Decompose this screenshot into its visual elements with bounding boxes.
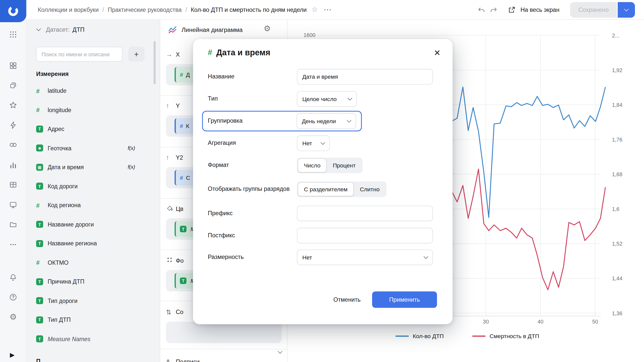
field-item-road-name[interactable]: T Название дороги <box>26 215 160 234</box>
x-axis-ticks: 30 40 50 <box>483 319 598 325</box>
fullscreen-label[interactable]: На весь экран <box>520 6 559 13</box>
chart-settings-button[interactable]: ⚙ <box>264 24 271 33</box>
collapse-rail-button[interactable]: ▶ <box>10 351 15 359</box>
svg-text:1,68: 1,68 <box>612 171 622 177</box>
nav-apps-grid[interactable] <box>0 25 26 43</box>
breadcrumb-guides[interactable]: Практические руководства <box>108 6 182 13</box>
svg-text:1,44: 1,44 <box>612 276 622 281</box>
number-field-icon: # <box>36 106 45 113</box>
digit-groups-label: Отображать группы разрядов <box>208 185 297 193</box>
format-option-percent[interactable]: Процент <box>327 158 361 172</box>
digit-groups-option-separator[interactable]: С разделителем <box>298 182 354 196</box>
line-chart-type-icon[interactable] <box>168 25 177 34</box>
field-item-measure-names[interactable]: T Measure Names <box>26 329 160 348</box>
notifications-button[interactable] <box>0 268 26 287</box>
nav-tables[interactable] <box>0 176 26 194</box>
format-option-number[interactable]: Число <box>298 158 327 172</box>
field-item-address[interactable]: T Адрес <box>26 119 160 139</box>
type-select[interactable]: Целое число <box>297 91 357 107</box>
field-item-geopoint[interactable]: ◆ Геоточка f(x) <box>26 139 160 158</box>
text-field-icon: T <box>180 226 186 232</box>
postfix-input[interactable] <box>297 228 433 243</box>
dataset-name: ДТП <box>72 26 85 33</box>
field-item-accident-cause[interactable]: T Причина ДТП <box>26 272 160 291</box>
nav-connections[interactable] <box>0 116 26 134</box>
saved-button[interactable]: Сохранено <box>570 2 617 17</box>
breadcrumb-collections[interactable]: Коллекции и воркбуки <box>38 6 99 13</box>
text-field-icon: T <box>36 221 43 228</box>
name-label: Название <box>208 72 297 81</box>
nav-files[interactable] <box>0 215 26 234</box>
close-icon[interactable]: × <box>434 47 440 58</box>
field-item-longitude[interactable]: # longitude <box>26 100 160 119</box>
field-item-road-type[interactable]: T Тип дороги <box>26 291 160 310</box>
favorite-star-icon[interactable]: ☆ <box>312 5 318 14</box>
arrow-up-icon: ↑ <box>166 154 176 161</box>
scrollbar-thumb[interactable] <box>154 41 156 84</box>
next-section-title-partial: П <box>36 358 41 362</box>
format-label: Формат <box>208 161 297 170</box>
grouping-select[interactable]: День недели <box>297 113 356 129</box>
paint-bucket-icon <box>166 204 176 213</box>
chart-type-label[interactable]: Линейная диаграмма <box>182 26 243 33</box>
fullscreen-button[interactable] <box>506 4 518 16</box>
type-label: Тип <box>208 95 297 103</box>
svg-text:50: 50 <box>592 319 598 325</box>
redo-button[interactable] <box>488 4 500 16</box>
shapes-icon <box>166 256 176 265</box>
text-field-icon: T <box>36 125 43 132</box>
apply-button[interactable]: Применить <box>372 291 437 308</box>
number-field-icon: # <box>36 259 45 266</box>
add-field-button[interactable]: + <box>128 47 144 62</box>
nav-dashboards[interactable] <box>0 57 26 75</box>
more-actions-icon[interactable]: ⋯ <box>324 5 331 15</box>
field-item-accident-type[interactable]: T Тип ДТП <box>26 310 160 329</box>
legend-item-dtp-count[interactable]: Кол-во ДТП <box>395 333 444 339</box>
grouping-row-highlight: Группировка День недели <box>202 111 362 131</box>
settings-button[interactable]: ⚙ <box>0 308 26 326</box>
number-field-icon: # <box>180 174 183 181</box>
dimension-select[interactable]: Нет <box>297 250 433 265</box>
legend-item-dtp-mortality[interactable]: Смертность в ДТП <box>472 333 539 339</box>
field-item-oktmo[interactable]: # ОКТМО <box>26 253 160 272</box>
more-icon <box>9 241 17 249</box>
digit-groups-option-merged[interactable]: Слитно <box>354 182 386 196</box>
save-dropdown-button[interactable] <box>618 2 635 17</box>
nav-collections[interactable] <box>0 76 26 95</box>
nav-datasets[interactable] <box>0 136 26 154</box>
nav-more[interactable] <box>0 236 26 254</box>
field-search-input[interactable] <box>36 47 123 62</box>
lightning-icon <box>9 121 17 129</box>
dataset-selector[interactable]: Датасет: ДТП <box>26 20 160 39</box>
scroll-down-hint-icon[interactable] <box>278 349 282 353</box>
field-item-region-code[interactable]: # Код региона <box>26 196 160 215</box>
svg-text:1,36: 1,36 <box>612 310 622 316</box>
folder-icon <box>9 220 17 229</box>
rings-icon <box>9 141 17 149</box>
dialog-title: Дата и время <box>216 48 270 57</box>
labels-a-icon: A <box>166 358 176 362</box>
breadcrumb: Коллекции и воркбуки / Практические руко… <box>38 6 307 13</box>
undo-button[interactable] <box>475 4 488 16</box>
name-input[interactable] <box>297 69 433 84</box>
help-button[interactable] <box>0 288 26 306</box>
nav-monitoring[interactable] <box>0 196 26 214</box>
number-field-icon: # <box>180 123 183 129</box>
y-axis-right-ticks: 2... 1,92 1,84 1,76 1,68 1,6 1,52 1,44 1… <box>612 33 622 316</box>
field-item-datetime[interactable]: ▦ Дата и время f(x) <box>26 158 160 177</box>
number-field-icon: # <box>36 202 45 209</box>
formula-badge: f(x) <box>128 164 135 170</box>
nav-favorites[interactable] <box>0 96 26 114</box>
field-item-road-code[interactable]: T Код дороги <box>26 177 160 196</box>
datalens-logo[interactable] <box>0 0 26 22</box>
prefix-input[interactable] <box>297 206 433 221</box>
aggregation-select[interactable]: Нет <box>297 135 330 151</box>
number-field-icon: # <box>208 48 212 57</box>
nav-charts[interactable] <box>0 156 26 174</box>
field-item-latitude[interactable]: # latitude <box>26 81 160 100</box>
field-item-region-name[interactable]: T Название региона <box>26 234 160 253</box>
cancel-button[interactable]: Отменить <box>333 296 360 303</box>
dataset-label: Датасет: <box>46 26 70 33</box>
series-line2 <box>450 169 606 290</box>
text-field-icon: T <box>36 183 43 190</box>
